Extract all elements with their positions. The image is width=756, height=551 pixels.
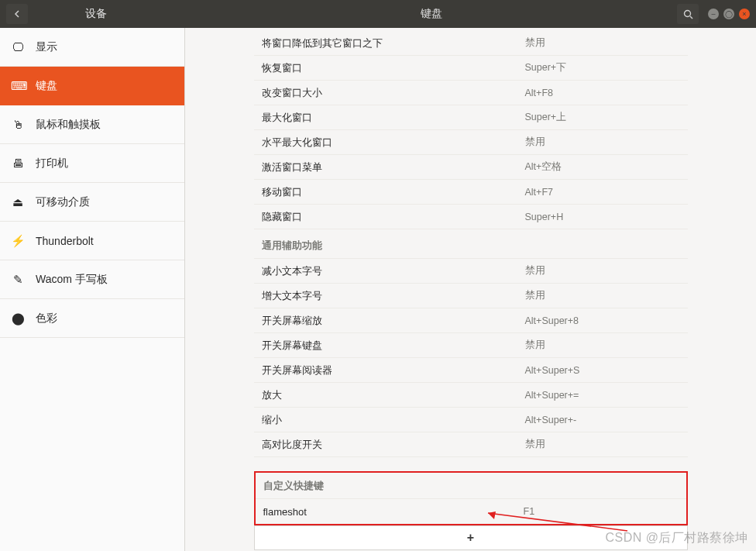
removable-icon: ⏏ [11, 195, 25, 209]
shortcut-row[interactable]: 改变窗口大小Alt+F8 [254, 81, 688, 105]
shortcut-row[interactable]: 最大化窗口Super+上 [254, 105, 688, 130]
shortcut-label: 改变窗口大小 [262, 86, 525, 100]
shortcut-label: flameshot [263, 506, 524, 518]
svg-point-0 [684, 10, 690, 16]
shortcut-label: 增大文本字号 [262, 289, 525, 303]
titlebar-left: 设备 [0, 0, 185, 28]
shortcut-key: F1 [524, 506, 679, 517]
section-header-a11y: 通用辅助功能 [254, 232, 688, 259]
search-icon [683, 9, 693, 19]
shortcut-label: 减小文本字号 [262, 264, 525, 278]
watermark: CSDN @后厂村路蔡徐坤 [605, 530, 748, 546]
sidebar-item-label: 色彩 [36, 312, 57, 325]
thunderbolt-icon: ⚡ [11, 234, 25, 248]
sidebar-item-label: 显示 [36, 40, 57, 54]
sidebar-item-label: 可移动介质 [36, 195, 90, 209]
sidebar-title: 设备 [28, 7, 185, 21]
shortcut-key: 禁用 [525, 264, 680, 277]
shortcut-label: 最大化窗口 [262, 111, 525, 125]
shortcut-key: Alt+F8 [525, 88, 680, 98]
shortcut-key: 禁用 [525, 289, 680, 302]
display-icon: 🖵 [11, 40, 25, 53]
shortcut-row[interactable]: 减小文本字号禁用 [254, 259, 688, 284]
shortcut-row[interactable]: 水平最大化窗口禁用 [254, 130, 688, 155]
shortcut-row[interactable]: 高对比度开关禁用 [254, 432, 688, 457]
shortcut-label: 将窗口降低到其它窗口之下 [262, 36, 525, 50]
maximize-button[interactable]: ◯ [723, 9, 734, 19]
shortcut-key: Alt+空格 [525, 160, 680, 174]
color-icon: ⬤ [11, 312, 25, 325]
shortcut-key: 禁用 [525, 339, 680, 352]
shortcut-label: 开关屏幕阅读器 [262, 363, 525, 377]
shortcut-label: 水平最大化窗口 [262, 136, 525, 150]
shortcut-label: 开关屏幕键盘 [262, 339, 525, 353]
sidebar-item-label: 键盘 [36, 79, 57, 93]
shortcut-key: Alt+Super+- [525, 415, 680, 425]
minimize-button[interactable]: – [708, 9, 719, 19]
chevron-left-icon [13, 10, 21, 18]
shortcut-label: 隐藏窗口 [262, 210, 525, 224]
sidebar-item-display[interactable]: 🖵显示 [0, 28, 184, 67]
sidebar-item-keyboard[interactable]: ⌨键盘 [0, 67, 184, 105]
shortcut-label: 激活窗口菜单 [262, 160, 525, 174]
shortcut-key: 禁用 [525, 438, 680, 451]
shortcut-label: 移动窗口 [262, 185, 525, 199]
sidebar-item-mouse[interactable]: 🖱鼠标和触摸板 [0, 105, 184, 144]
shortcut-key: 禁用 [525, 136, 680, 149]
back-button[interactable] [6, 4, 28, 24]
sidebar-item-label: Thunderbolt [36, 235, 94, 247]
svg-line-1 [690, 16, 692, 19]
shortcut-label: 开关屏幕缩放 [262, 314, 525, 328]
shortcut-label: 放大 [262, 388, 525, 402]
content-area: 将窗口降低到其它窗口之下禁用恢复窗口Super+下改变窗口大小Alt+F8最大化… [185, 28, 756, 551]
shortcuts-panel: 将窗口降低到其它窗口之下禁用恢复窗口Super+下改变窗口大小Alt+F8最大化… [254, 28, 688, 525]
sidebar-item-removable[interactable]: ⏏可移动介质 [0, 183, 184, 222]
page-title: 键盘 [185, 7, 677, 21]
shortcut-key: 禁用 [525, 36, 680, 50]
sidebar-item-label: 打印机 [36, 157, 68, 170]
sidebar-item-printer[interactable]: 🖶打印机 [0, 144, 184, 183]
titlebar-right: – ◯ × [677, 4, 756, 24]
section-header-custom: 自定义快捷键 [256, 473, 686, 499]
search-button[interactable] [677, 4, 699, 24]
shortcut-key: Alt+Super+= [525, 390, 680, 401]
shortcut-row[interactable]: 缩小Alt+Super+- [254, 408, 688, 432]
shortcut-key: Super+上 [525, 111, 680, 124]
keyboard-icon: ⌨ [11, 79, 25, 93]
shortcut-row[interactable]: 开关屏幕缩放Alt+Super+8 [254, 308, 688, 333]
shortcut-key: Super+H [525, 212, 680, 222]
shortcut-row[interactable]: 恢复窗口Super+下 [254, 56, 688, 81]
shortcut-row[interactable]: 开关屏幕键盘禁用 [254, 333, 688, 358]
shortcut-key: Alt+F7 [525, 187, 680, 198]
shortcut-label: 高对比度开关 [262, 438, 525, 452]
shortcut-row[interactable]: 增大文本字号禁用 [254, 284, 688, 308]
sidebar-item-wacom[interactable]: ✎Wacom 手写板 [0, 260, 184, 299]
shortcut-key: Super+下 [525, 61, 680, 74]
window-controls: – ◯ × [708, 9, 750, 19]
shortcut-label: 缩小 [262, 413, 525, 427]
sidebar-item-label: Wacom 手写板 [36, 273, 108, 287]
shortcut-row[interactable]: 将窗口降低到其它窗口之下禁用 [254, 31, 688, 56]
shortcut-label: 恢复窗口 [262, 61, 525, 75]
sidebar-item-thunderbolt[interactable]: ⚡Thunderbolt [0, 222, 184, 260]
shortcut-row[interactable]: flameshotF1 [256, 499, 686, 524]
titlebar: 设备 键盘 – ◯ × [0, 0, 756, 28]
shortcut-row[interactable]: 激活窗口菜单Alt+空格 [254, 155, 688, 180]
custom-shortcuts-highlight: 自定义快捷键 flameshotF1 [254, 471, 688, 525]
shortcut-row[interactable]: 开关屏幕阅读器Alt+Super+S [254, 358, 688, 383]
close-button[interactable]: × [739, 9, 750, 19]
sidebar-item-label: 鼠标和触摸板 [36, 118, 101, 132]
sidebar-item-color[interactable]: ⬤色彩 [0, 299, 184, 338]
plus-icon: + [467, 531, 474, 545]
printer-icon: 🖶 [11, 157, 25, 170]
sidebar: 🖵显示⌨键盘🖱鼠标和触摸板🖶打印机⏏可移动介质⚡Thunderbolt✎Waco… [0, 28, 185, 551]
shortcut-row[interactable]: 放大Alt+Super+= [254, 383, 688, 408]
shortcut-row[interactable]: 隐藏窗口Super+H [254, 205, 688, 229]
main-area: 🖵显示⌨键盘🖱鼠标和触摸板🖶打印机⏏可移动介质⚡Thunderbolt✎Waco… [0, 28, 756, 551]
shortcut-row[interactable]: 移动窗口Alt+F7 [254, 180, 688, 205]
wacom-icon: ✎ [11, 273, 25, 287]
mouse-icon: 🖱 [11, 118, 25, 131]
shortcut-key: Alt+Super+S [525, 365, 680, 376]
shortcut-key: Alt+Super+8 [525, 315, 680, 326]
